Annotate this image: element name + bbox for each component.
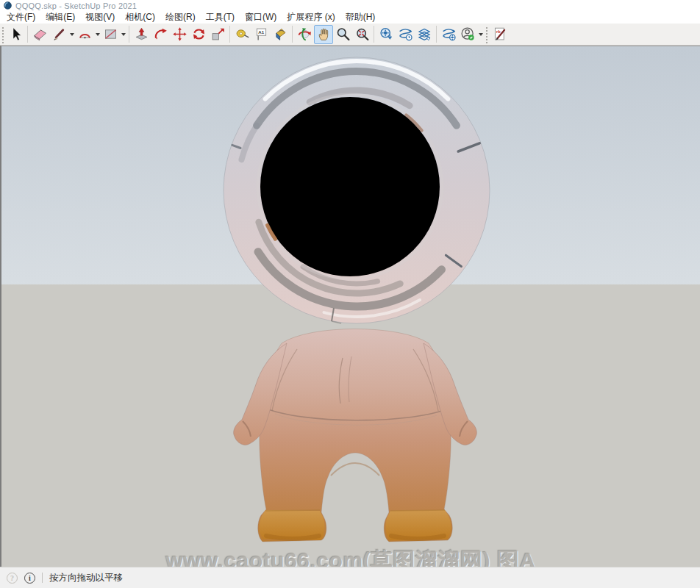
credits-info-icon[interactable]: i (24, 573, 35, 584)
layers-stack-icon (417, 26, 432, 42)
menu-file[interactable]: 文件(F) (1, 11, 40, 24)
cartoon-figure-model (1, 46, 700, 567)
menu-edit[interactable]: 编辑(E) (40, 11, 80, 24)
select-arrow-icon (8, 26, 24, 42)
plugin-gear-download-button[interactable] (376, 25, 396, 44)
zoom-magnifier-icon (335, 26, 351, 42)
pan-hand-icon (316, 26, 332, 42)
swap-arrows-history-icon (398, 26, 413, 42)
window-title: QQQQ.skp - SketchUp Pro 2021 (15, 1, 137, 10)
scale-icon (210, 26, 226, 42)
rotate-icon (191, 26, 207, 42)
line-tool-dropdown[interactable] (68, 25, 75, 44)
sign-in-account-icon (460, 26, 476, 42)
plugin-swap-history-button[interactable] (396, 25, 415, 44)
toolbar-separator (229, 26, 230, 43)
plugin-swap-settings-button[interactable] (439, 25, 458, 44)
menu-tools[interactable]: 工具(T) (201, 11, 240, 24)
rotate-button[interactable] (189, 25, 208, 44)
title-bar: QQQQ.skp - SketchUp Pro 2021 (0, 0, 700, 11)
toolbar-grip[interactable] (485, 26, 489, 43)
zoom-extents-button[interactable] (352, 25, 371, 44)
menu-bar: 文件(F) 编辑(E) 视图(V) 相机(C) 绘图(R) 工具(T) 窗口(W… (0, 11, 700, 24)
push-pull-icon (134, 26, 149, 42)
move-button[interactable] (170, 25, 189, 44)
follow-me-button[interactable] (151, 25, 170, 44)
zoom-button[interactable] (333, 25, 352, 44)
rectangle-icon (103, 26, 118, 42)
tape-measure-icon (235, 26, 250, 42)
sketchup-window: QQQQ.skp - SketchUp Pro 2021 文件(F) 编辑(E)… (0, 0, 700, 588)
pan-button[interactable] (314, 25, 333, 44)
toolbar-grip[interactable] (1, 26, 5, 43)
shapes-tool-button[interactable] (101, 25, 120, 44)
select-button[interactable] (6, 25, 25, 44)
toolbar-separator (436, 26, 437, 43)
gear-download-icon (379, 26, 394, 42)
arc-tool-dropdown[interactable] (94, 25, 101, 44)
svg-text:rb: rb (496, 29, 500, 34)
menu-help[interactable]: 帮助(H) (340, 11, 381, 24)
ruby-console-editor-icon: rb (492, 26, 507, 42)
orbit-button[interactable] (295, 25, 314, 44)
svg-text:A1: A1 (258, 29, 264, 35)
menu-draw[interactable]: 绘图(R) (160, 11, 201, 24)
text-tool-icon: A1 (254, 26, 269, 42)
arc-tool-button[interactable] (75, 25, 94, 44)
paint-bucket-button[interactable] (271, 25, 290, 44)
eraser-icon (32, 26, 48, 42)
follow-me-icon (153, 26, 168, 42)
text-tool-button[interactable]: A1 (251, 25, 271, 44)
sign-in-dropdown[interactable] (477, 25, 484, 44)
status-hint-text: 按方向拖动以平移 (49, 572, 123, 584)
menu-extensions[interactable]: 扩展程序 (x) (282, 11, 340, 24)
geolocation-icon[interactable]: ? (7, 573, 18, 584)
ruby-editor-button[interactable]: rb (490, 25, 509, 44)
black-face-visor (260, 97, 440, 276)
toolbar: A1 (0, 24, 700, 46)
zoom-extents-icon (354, 26, 370, 42)
shapes-tool-dropdown[interactable] (120, 25, 126, 44)
push-pull-button[interactable] (132, 25, 151, 44)
menu-view[interactable]: 视图(V) (80, 11, 120, 24)
sign-in-button[interactable] (458, 25, 477, 44)
3d-viewport-canvas[interactable]: www.caotu66.com(草图溜溜网) 图A (0, 46, 700, 567)
toolbar-separator (27, 26, 28, 43)
menu-window[interactable]: 窗口(W) (240, 11, 282, 24)
line-tool-button[interactable] (49, 25, 68, 44)
status-separator (42, 573, 43, 583)
pencil-icon (51, 26, 67, 42)
plugin-layers-stack-button[interactable] (415, 25, 434, 44)
arc-icon (77, 26, 93, 42)
paint-bucket-icon (273, 26, 288, 42)
sketchup-logo-icon (4, 1, 12, 10)
toolbar-separator (129, 26, 129, 43)
menu-camera[interactable]: 相机(C) (120, 11, 160, 24)
toolbar-separator (292, 26, 293, 43)
tape-measure-button[interactable] (232, 25, 251, 44)
swap-arrows-settings-icon (441, 26, 457, 42)
eraser-button[interactable] (30, 25, 49, 44)
move-icon (172, 26, 188, 42)
status-bar: ? i 按方向拖动以平移 (0, 567, 700, 588)
scale-button[interactable] (208, 25, 227, 44)
toolbar-separator (374, 26, 374, 43)
orbit-icon (297, 26, 312, 42)
character-body (234, 329, 477, 542)
character-head-ring (224, 57, 490, 323)
